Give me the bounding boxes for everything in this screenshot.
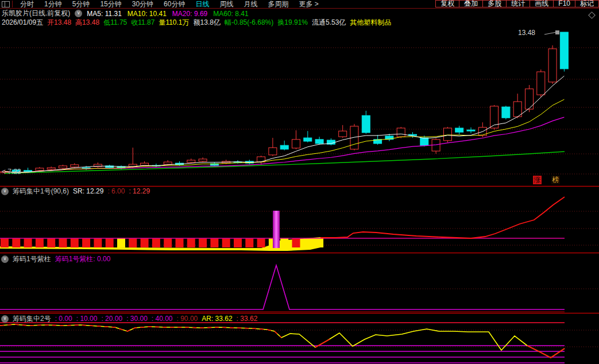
label: 低11.75 xyxy=(103,18,127,28)
toolbar-button[interactable]: 画线 xyxy=(530,0,554,7)
label: 量110.1万 xyxy=(159,18,189,28)
toolbar-buttons: 复权叠加多股统计画线F10标记 xyxy=(436,0,599,7)
label[interactable]: 其他塑料制品 xyxy=(350,18,391,28)
panel-header-label: SR: 12.29 xyxy=(73,187,103,195)
panel-header-chip1: ∨筹码集中1号(90,6)SR: 12.29: 6.00: 12.29 xyxy=(1,187,150,195)
toolbar-separator xyxy=(12,1,13,7)
quote-bar: 2026/01/09五开13.48高13.48低11.75收11.87量110.… xyxy=(2,18,391,27)
panel-header-label: AR: 33.62 xyxy=(202,315,232,323)
trading-terminal: 分时1分钟5分钟15分钟30分钟60分钟日线周线月线多周期更多 ˃ 复权叠加多股… xyxy=(0,0,599,364)
label: MA20: 9.69 xyxy=(172,10,207,18)
charts-canvas[interactable] xyxy=(0,0,599,364)
badge-up[interactable]: 涨 xyxy=(533,176,542,184)
period-tab[interactable]: 周线 xyxy=(214,1,238,8)
period-tab[interactable]: 分时 xyxy=(15,1,39,8)
label: MA60: 8.41 xyxy=(213,10,248,18)
label: 收11.87 xyxy=(131,18,154,28)
period-tab[interactable]: 日线 xyxy=(190,1,214,8)
period-tab[interactable]: 多周期 xyxy=(262,1,293,8)
panel-header-label: : 6.00 xyxy=(107,187,125,195)
toolbar-button[interactable]: 复权 xyxy=(435,0,459,7)
badge-rank[interactable]: 榜 xyxy=(551,176,560,184)
label: MA5: 11.31 xyxy=(87,10,121,18)
panel-header-label: 筹码1号紫柱 xyxy=(13,254,51,264)
period-tab[interactable]: 60分钟 xyxy=(159,1,190,8)
period-tab[interactable]: 月线 xyxy=(238,1,262,8)
panel-header-label: : 0.00 xyxy=(55,315,72,323)
chevron-down-icon[interactable]: ∨ xyxy=(1,255,9,263)
window-icon[interactable] xyxy=(2,1,10,7)
toolbar-button[interactable]: F10 xyxy=(553,0,575,7)
period-tabs: 分时1分钟5分钟15分钟30分钟60分钟日线周线月线多周期更多 ˃ xyxy=(15,1,324,8)
panel-header-label: 筹码1号紫柱: 0.00 xyxy=(55,254,111,264)
period-tab[interactable]: 15分钟 xyxy=(95,1,126,8)
chevron-down-icon[interactable]: ∨ xyxy=(1,188,9,195)
chevron-down-icon[interactable]: ∨ xyxy=(1,315,9,323)
toolbar: 分时1分钟5分钟15分钟30分钟60分钟日线周线月线多周期更多 ˃ 复权叠加多股… xyxy=(0,0,599,9)
label: 开13.48 xyxy=(47,18,71,28)
toolbar-button[interactable]: 多股 xyxy=(482,0,507,7)
panel-header-label: 筹码集中2号 xyxy=(13,314,51,324)
chevron-down-icon[interactable]: ∨ xyxy=(75,10,82,17)
first-price-label: < 7.33 xyxy=(2,168,21,176)
panel-header-label: : 10.00 xyxy=(76,315,98,323)
panel-header-purple: ∨筹码1号紫柱筹码1号紫柱: 0.00 xyxy=(1,255,110,263)
label: 额13.8亿 xyxy=(194,18,221,28)
label: 换19.91% xyxy=(277,18,308,28)
panel-header-label: : 40.00 xyxy=(152,315,173,323)
period-tab[interactable]: 1分钟 xyxy=(39,1,67,8)
panel-header-label: : 33.62 xyxy=(237,315,258,323)
panel-header-label: 筹码集中1号(90,6) xyxy=(13,187,69,196)
label: 幅-0.85(-6.68%) xyxy=(225,18,273,28)
label: 2026/01/09五 xyxy=(2,18,43,28)
toolbar-button[interactable]: 叠加 xyxy=(459,0,483,7)
period-tab[interactable]: 5分钟 xyxy=(67,1,95,8)
panel-header-label: : 20.00 xyxy=(101,315,122,323)
toolbar-button[interactable]: 标记 xyxy=(575,0,599,7)
instrument-title[interactable]: 乐凯胶片(日线.前复权) xyxy=(2,9,70,18)
last-price-label: 13.48 xyxy=(518,29,535,37)
panel-header-label: : 90.00 xyxy=(177,315,198,323)
panel-header-chip2: ∨筹码集中2号: 0.00: 10.00: 20.00: 30.00: 40.0… xyxy=(1,315,257,323)
panel-header-label: : 12.29 xyxy=(129,187,150,195)
panel-header-label: : 30.00 xyxy=(126,315,148,323)
toolbar-button[interactable]: 统计 xyxy=(506,0,530,7)
label: MA10: 10.41 xyxy=(127,10,167,18)
ma-values: MA5: 11.31MA10: 10.41MA20: 9.69MA60: 8.4… xyxy=(87,10,248,18)
instrument-header: 乐凯胶片(日线.前复权) ∨ MA5: 11.31MA10: 10.41MA20… xyxy=(2,9,249,18)
period-tab[interactable]: 更多 ˃ xyxy=(293,1,323,8)
label: 高13.48 xyxy=(75,18,99,28)
period-tab[interactable]: 30分钟 xyxy=(127,1,159,8)
label: 流通5.53亿 xyxy=(312,18,346,28)
